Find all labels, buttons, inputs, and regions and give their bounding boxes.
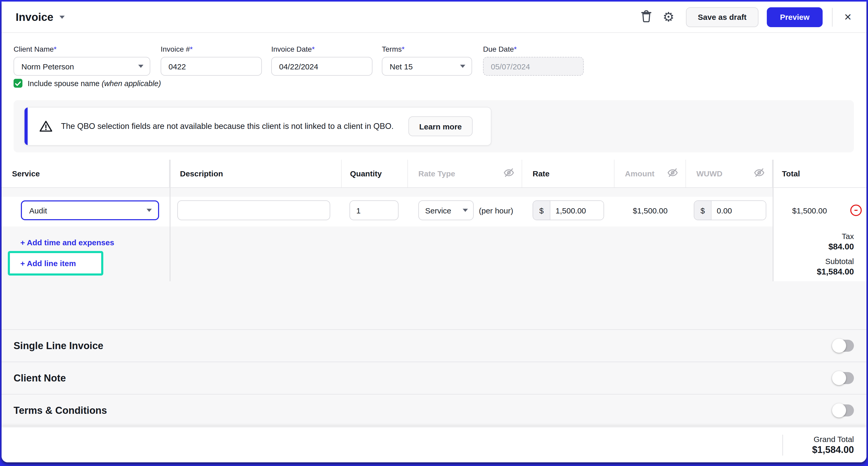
check-icon	[15, 79, 21, 88]
toggle-knob	[832, 339, 846, 353]
include-spouse-label: Include spouse name (when applicable)	[28, 79, 161, 87]
single-line-invoice-toggle[interactable]	[833, 340, 854, 352]
section-title: Single Line Invoice	[13, 340, 103, 351]
invoice-date-input[interactable]	[271, 57, 372, 76]
line-items-table: Tax $84.00 Subtotal $1,584.00 Service De…	[2, 160, 866, 333]
invoice-modal-stage: Invoice ⚙ Save as draft Preview	[0, 0, 868, 466]
due-date-field: Due Date*	[483, 45, 584, 76]
eye-off-icon	[667, 168, 678, 179]
client-name-field: Client Name* Norm Peterson	[13, 45, 150, 76]
description-input[interactable]	[177, 200, 330, 220]
terms-field: Terms* Net 15	[382, 45, 472, 76]
table-header-row: Service Description Quantity Rate Type R…	[2, 160, 866, 188]
rate-type-note: (per hour)	[479, 200, 513, 220]
column-header-total: Total	[773, 160, 866, 187]
subtotal-label: Subtotal	[773, 257, 854, 266]
toggle-knob	[832, 403, 846, 417]
terms-select[interactable]: Net 15	[382, 57, 472, 76]
rate-input[interactable]	[550, 201, 603, 220]
invoice-date-label: Invoice Date*	[271, 45, 372, 53]
column-header-wuwd: WUWD	[686, 160, 773, 187]
due-date-label: Due Date*	[483, 45, 584, 53]
settings-button[interactable]: ⚙	[663, 10, 675, 24]
chevron-down-icon	[138, 65, 144, 68]
chevron-down-icon	[147, 209, 152, 212]
terms-value: Net 15	[390, 62, 413, 71]
toggle-knob	[832, 371, 846, 385]
section-terms-conditions: Terms & Conditions	[2, 394, 866, 426]
column-divider	[169, 160, 170, 281]
add-line-item-link[interactable]: + Add line item	[20, 259, 76, 268]
amount-value: $1,500.00	[615, 200, 686, 220]
save-as-draft-button[interactable]: Save as draft	[686, 7, 759, 27]
chevron-down-icon	[460, 65, 465, 68]
rate-type-value: Service	[425, 206, 451, 215]
currency-prefix: $	[533, 201, 550, 220]
column-header-service: Service	[2, 160, 169, 187]
qbo-banner-container: The QBO selection fields are not availab…	[13, 100, 854, 152]
due-date-input	[483, 57, 584, 76]
tax-label: Tax	[773, 232, 854, 240]
title-chevron-down-icon[interactable]	[60, 16, 65, 19]
column-divider	[773, 160, 774, 281]
client-name-label: Client Name*	[13, 45, 150, 53]
chevron-down-icon	[463, 209, 468, 212]
page-title: Invoice	[16, 11, 54, 23]
invoice-modal: Invoice ⚙ Save as draft Preview	[2, 2, 866, 462]
section-title: Terms & Conditions	[13, 405, 107, 416]
service-select[interactable]: Audit	[21, 200, 159, 220]
rate-input-group: $	[533, 200, 604, 220]
row-total-value: $1,500.00	[773, 200, 847, 220]
qbo-banner-card: The QBO selection fields are not availab…	[24, 107, 491, 146]
close-button[interactable]: ✕	[842, 10, 854, 24]
section-client-note: Client Note	[2, 361, 866, 394]
client-name-select[interactable]: Norm Peterson	[13, 57, 150, 76]
header-actions: ⚙ Save as draft Preview ✕	[641, 7, 854, 27]
footer-divider	[782, 434, 783, 455]
tax-value: $84.00	[773, 242, 854, 252]
service-value: Audit	[29, 206, 47, 215]
remove-line-item-button[interactable]	[850, 205, 862, 216]
banner-accent-bar	[25, 108, 28, 145]
currency-prefix: $	[694, 201, 712, 220]
add-line-item-highlight: + Add line item	[8, 251, 103, 275]
add-time-expenses-link[interactable]: + Add time and expenses	[20, 238, 114, 247]
section-single-line-invoice: Single Line Invoice	[2, 329, 866, 361]
invoice-date-field: Invoice Date*	[271, 45, 372, 76]
column-header-description: Description	[169, 160, 342, 187]
include-spouse-note: (when applicable)	[102, 79, 161, 87]
preview-button[interactable]: Preview	[767, 7, 823, 27]
column-header-quantity: Quantity	[342, 160, 408, 187]
table-gap-band	[2, 188, 773, 197]
eye-off-icon	[754, 168, 765, 179]
learn-more-button[interactable]: Learn more	[408, 116, 473, 136]
wuwd-input[interactable]	[712, 201, 766, 220]
section-title: Client Note	[13, 372, 66, 384]
invoice-number-field: Invoice #*	[161, 45, 262, 76]
client-name-value: Norm Peterson	[21, 62, 74, 71]
eye-off-icon	[503, 168, 514, 179]
trash-icon	[641, 10, 652, 24]
modal-header: Invoice ⚙ Save as draft Preview	[2, 2, 866, 33]
column-header-amount: Amount	[615, 160, 686, 187]
grand-total-label: Grand Total	[812, 434, 854, 444]
modal-footer: Grand Total $1,584.00	[2, 427, 866, 462]
client-note-toggle[interactable]	[833, 372, 854, 384]
option-sections: Single Line Invoice Client Note Terms & …	[2, 329, 866, 426]
terms-conditions-toggle[interactable]	[833, 404, 854, 416]
qbo-banner-message: The QBO selection fields are not availab…	[61, 122, 394, 131]
terms-label: Terms*	[382, 45, 472, 53]
quantity-input[interactable]	[349, 200, 399, 220]
gear-icon: ⚙	[663, 10, 675, 24]
include-spouse-checkbox[interactable]	[13, 79, 23, 88]
header-divider	[832, 7, 833, 26]
wuwd-input-group: $	[694, 200, 766, 220]
subtotal-value: $1,584.00	[773, 267, 854, 276]
close-icon: ✕	[844, 12, 852, 22]
warning-icon	[39, 120, 53, 133]
invoice-number-input[interactable]	[161, 57, 262, 76]
column-header-rate: Rate	[522, 160, 615, 187]
rate-type-select[interactable]: Service	[418, 200, 474, 220]
include-spouse-row: Include spouse name (when applicable)	[13, 79, 161, 88]
delete-button[interactable]	[641, 10, 652, 24]
